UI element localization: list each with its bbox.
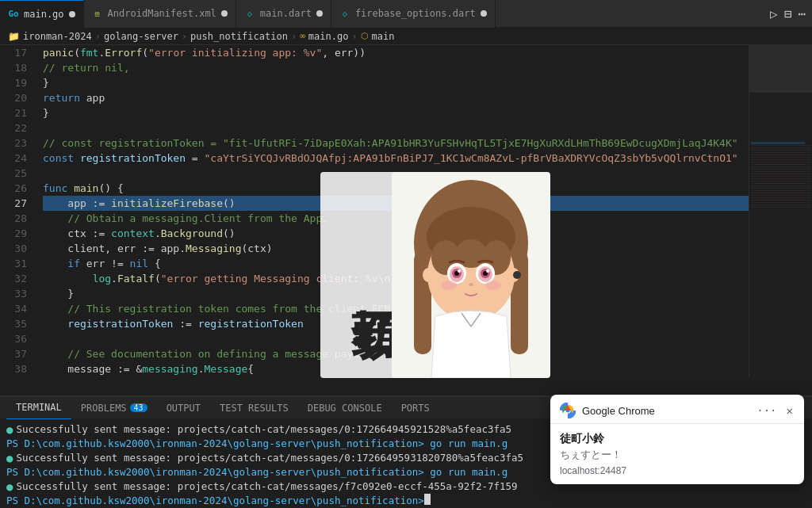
problems-badge: 43 bbox=[130, 403, 147, 412]
terminal-tab-terminal[interactable]: TERMINAL bbox=[6, 397, 71, 419]
terminal-tab-debug-console[interactable]: DEBUG CONSOLE bbox=[298, 397, 392, 419]
chrome-notification-actions: ··· ✕ bbox=[755, 403, 795, 418]
kanji-overlay: 切石頭 bbox=[320, 172, 431, 378]
bc-push-notification[interactable]: push_notification bbox=[190, 31, 288, 42]
code-line-17: panic(fmt.Errorf("error initializing app… bbox=[43, 45, 749, 60]
tab-label: AndroidManifest.xml bbox=[108, 8, 216, 19]
terminal-tab-ports[interactable]: PORTS bbox=[392, 397, 439, 419]
bc-main-go[interactable]: main.go bbox=[308, 31, 349, 42]
xml-icon: ⊞ bbox=[92, 8, 103, 19]
firebase-dart-icon: ◇ bbox=[339, 8, 350, 19]
minimap bbox=[749, 45, 812, 378]
terminal-tab-test-results[interactable]: TEST RESULTS bbox=[210, 397, 298, 419]
more-actions-icon[interactable]: ⋯ bbox=[798, 6, 806, 21]
tab-modified-indicator bbox=[221, 10, 228, 17]
editor-container: 17 18 19 20 21 22 23 24 25 26 27 28 29 3… bbox=[0, 45, 812, 395]
bc-file-icon: ∞ bbox=[300, 31, 305, 41]
kanji-text: 切石頭 bbox=[351, 269, 400, 281]
minimap-content bbox=[749, 45, 812, 209]
folder-icon: 📁 bbox=[8, 31, 20, 42]
tab-main-dart[interactable]: ◇ main.dart bbox=[236, 0, 331, 28]
notification-message: ちぇすとー！ bbox=[560, 448, 795, 462]
bc-symbol-icon: ⬡ bbox=[361, 31, 369, 41]
tab-bar: Go main.go ⊞ AndroidManifest.xml ◇ main.… bbox=[0, 0, 812, 28]
terminal-tab-output[interactable]: OUTPUT bbox=[157, 397, 210, 419]
tab-label: firebase_options.dart bbox=[355, 8, 476, 19]
line-numbers: 17 18 19 20 21 22 23 24 25 26 27 28 29 3… bbox=[0, 45, 35, 378]
chrome-logo-icon bbox=[560, 403, 576, 418]
code-line-20: return app bbox=[43, 90, 749, 105]
notification-origin: localhost:24487 bbox=[560, 465, 795, 476]
terminal-cursor bbox=[424, 494, 431, 505]
term-line-6: PS D:\com.github.ksw2000\ironman-2024\go… bbox=[6, 494, 806, 508]
bc-golang-server[interactable]: golang-server bbox=[104, 31, 178, 42]
dart-icon: ◇ bbox=[244, 8, 255, 19]
tab-android-manifest[interactable]: ⊞ AndroidManifest.xml bbox=[84, 0, 236, 28]
code-line-19: } bbox=[43, 75, 749, 90]
tab-modified-indicator bbox=[316, 10, 323, 17]
tab-label: main.go bbox=[24, 9, 64, 20]
tab-modified-indicator bbox=[69, 11, 75, 17]
breadcrumb: 📁 ironman-2024 › golang-server › push_no… bbox=[0, 28, 812, 45]
tab-actions: ▷ ⊟ ⋯ bbox=[764, 6, 812, 21]
chrome-close-button[interactable]: ✕ bbox=[785, 403, 795, 418]
tab-label: main.dart bbox=[260, 8, 312, 19]
chrome-notification-body: 徒町小鈴 ちぇすとー！ localhost:24487 bbox=[550, 424, 804, 484]
code-line-18: // return nil, bbox=[43, 60, 749, 75]
split-editor-icon[interactable]: ⊟ bbox=[784, 6, 792, 21]
go-icon: Go bbox=[8, 9, 19, 20]
code-line-22 bbox=[43, 120, 749, 136]
tabs-container: Go main.go ⊞ AndroidManifest.xml ◇ main.… bbox=[0, 0, 496, 28]
bc-ironman[interactable]: ironman-2024 bbox=[23, 31, 92, 42]
code-line-23: // const registrationToken = "fit-UfutRF… bbox=[43, 136, 749, 151]
notification-sender: 徒町小鈴 bbox=[560, 432, 795, 446]
chrome-app-title: Google Chrome bbox=[582, 405, 755, 417]
code-line-21: } bbox=[43, 105, 749, 120]
tab-modified-indicator bbox=[481, 10, 487, 17]
terminal-tab-problems[interactable]: PROBLEMS 43 bbox=[71, 397, 157, 419]
chrome-notification-header: Google Chrome ··· ✕ bbox=[550, 395, 804, 424]
tab-firebase-options[interactable]: ◇ firebase_options.dart bbox=[331, 0, 496, 28]
chrome-notification: Google Chrome ··· ✕ 徒町小鈴 ちぇすとー！ localhos… bbox=[550, 395, 804, 484]
run-icon[interactable]: ▷ bbox=[770, 6, 778, 21]
tab-main-go[interactable]: Go main.go bbox=[0, 0, 84, 28]
code-line-24: const registrationToken = "caYtrSiYCQJvR… bbox=[43, 151, 749, 166]
chrome-more-button[interactable]: ··· bbox=[755, 403, 778, 418]
bc-main-func[interactable]: main bbox=[372, 31, 395, 42]
